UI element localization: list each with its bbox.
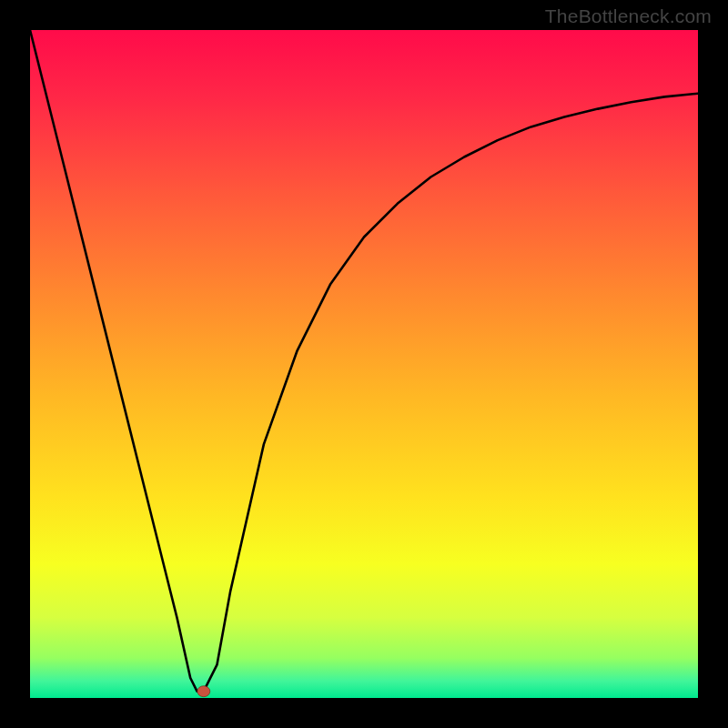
bottleneck-curve bbox=[30, 30, 698, 692]
optimal-point-marker bbox=[197, 686, 210, 697]
watermark-text: TheBottleneck.com bbox=[545, 5, 712, 27]
curve-layer bbox=[30, 30, 698, 698]
plot-area bbox=[30, 30, 698, 698]
chart-frame: TheBottleneck.com bbox=[0, 0, 728, 728]
